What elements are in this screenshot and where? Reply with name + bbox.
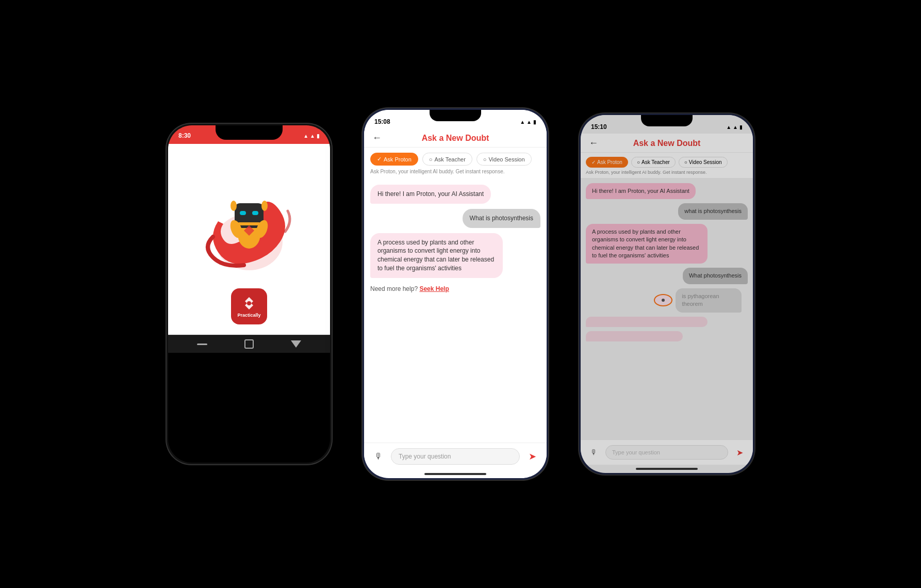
seek-help-text: Need more help? Seek Help — [370, 283, 540, 295]
header-title-right: Ask a New Doubt — [633, 139, 701, 148]
wifi-icon-m: ▲ — [527, 119, 532, 125]
svg-rect-9 — [238, 222, 260, 225]
middle-phone: 15:08 ▲ ▲ ▮ ← Ask a New Doubt ✓ Ask Prot… — [363, 108, 548, 480]
left-phone-body: Practically — [168, 144, 330, 335]
signal-icon: ▲ — [303, 133, 308, 139]
radio-icon-video-r: ○ — [684, 159, 687, 165]
input-bar-right: 🎙 Type your question ➤ — [581, 439, 753, 465]
middle-phone-inner: 15:08 ▲ ▲ ▮ ← Ask a New Doubt ✓ Ask Prot… — [364, 110, 547, 478]
tab-label-video-r: Video Session — [689, 159, 722, 165]
tab-ask-proton-r[interactable]: ✓ Ask Proton — [586, 157, 628, 168]
tab-subtitle-right: Ask Proton, your intelligent AI buddy. G… — [581, 170, 753, 178]
svg-point-6 — [261, 201, 268, 211]
r-message-faded-1 — [586, 317, 708, 327]
tab-ask-teacher-r[interactable]: ○ Ask Teacher — [631, 157, 676, 168]
message-2-right: What is photosynthesis — [463, 209, 540, 228]
seek-help-link[interactable]: Seek Help — [419, 285, 449, 292]
typing-dot — [662, 299, 665, 302]
nav-menu-icon — [197, 344, 207, 345]
tab-label-proton-r: Ask Proton — [597, 159, 622, 165]
robot-container — [203, 154, 295, 273]
back-button-right[interactable]: ← — [589, 138, 598, 149]
seek-help-label: Need more help? — [370, 285, 418, 292]
mic-button-middle[interactable]: 🎙 — [370, 448, 387, 465]
logo-icon — [241, 295, 257, 312]
home-bar-middle — [424, 473, 486, 475]
notch-right — [641, 115, 693, 126]
battery-icon-m: ▮ — [533, 119, 536, 125]
home-bar-right — [636, 468, 698, 470]
send-button-right[interactable]: ➤ — [731, 444, 748, 461]
battery-icon: ▮ — [317, 133, 320, 139]
tab-ask-teacher[interactable]: ○ Ask Teacher — [422, 153, 472, 166]
message-3-left: A process used by plants and other organ… — [370, 233, 503, 278]
tab-label-proton: Ask Proton — [384, 156, 412, 162]
r-message-3: A process used by plants and other organ… — [586, 224, 708, 264]
input-field-right[interactable]: Type your question — [605, 445, 728, 460]
r-message-2: what is photosynthesis — [678, 203, 748, 219]
status-icons-middle: ▲ ▲ ▮ — [520, 119, 536, 125]
time-middle: 15:08 — [374, 118, 390, 125]
status-icons-right: ▲ ▲ ▮ — [726, 124, 743, 130]
tab-ask-proton[interactable]: ✓ Ask Proton — [370, 153, 418, 166]
location-icon: ▲ — [520, 119, 525, 125]
message-1-left: Hi there! I am Proton, your AI Assistant — [370, 185, 491, 204]
battery-icon-r: ▮ — [739, 124, 743, 130]
tab-video-session-r[interactable]: ○ Video Session — [679, 157, 728, 168]
time-left: 8:30 — [178, 132, 191, 139]
left-phone-inner: 8:30 ▲ ▲ ▮ — [168, 125, 330, 463]
tab-label-video: Video Session — [488, 156, 524, 162]
wifi-icon: ▲ — [310, 133, 315, 139]
typing-indicator: is pythagorean theorem — [654, 288, 748, 313]
phones-container: 8:30 ▲ ▲ ▮ — [146, 88, 775, 500]
logo-text: Practically — [237, 313, 260, 318]
back-button-middle[interactable]: ← — [372, 133, 382, 143]
radio-icon-teacher: ○ — [429, 156, 433, 162]
nav-back-icon — [291, 340, 301, 348]
tab-video-session[interactable]: ○ Video Session — [476, 153, 532, 166]
tab-label-teacher: Ask Teacher — [434, 156, 465, 162]
wifi-icon-r: ▲ — [733, 124, 738, 130]
typing-bubble — [654, 294, 672, 306]
tab-selector-middle: ✓ Ask Proton ○ Ask Teacher ○ Video Sessi… — [364, 148, 547, 169]
tab-selector-right: ✓ Ask Proton ○ Ask Teacher ○ Video Sessi… — [581, 153, 753, 170]
right-phone: 15:10 ▲ ▲ ▮ ← Ask a New Doubt ✓ Ask Prot… — [579, 113, 754, 475]
nav-home-icon — [244, 339, 254, 349]
check-icon: ✓ — [377, 156, 382, 162]
tab-label-teacher-r: Ask Teacher — [642, 159, 670, 165]
radio-icon-teacher-r: ○ — [637, 159, 640, 165]
left-phone: 8:30 ▲ ▲ ▮ — [167, 124, 332, 464]
bottom-nav-left — [168, 335, 330, 353]
location-icon-r: ▲ — [726, 124, 731, 130]
check-icon-r: ✓ — [591, 159, 596, 165]
status-icons-left: ▲ ▲ ▮ — [303, 133, 320, 139]
chat-body-middle: Hi there! I am Proton, your AI Assistant… — [364, 178, 547, 443]
chat-header-right: ← Ask a New Doubt — [581, 134, 753, 153]
input-field-middle[interactable]: Type your question — [391, 448, 520, 465]
r-message-typing: is pythagorean theorem — [676, 288, 741, 313]
time-right: 15:10 — [591, 123, 607, 130]
chat-header-middle: ← Ask a New Doubt — [364, 128, 547, 148]
header-title-middle: Ask a New Doubt — [422, 134, 489, 142]
notch-middle — [430, 110, 481, 121]
send-button-middle[interactable]: ➤ — [524, 448, 540, 465]
svg-point-10 — [247, 301, 251, 305]
r-message-4: What photosynthesis — [683, 268, 748, 284]
r-message-faded-2 — [586, 331, 683, 341]
svg-point-5 — [231, 201, 237, 211]
svg-rect-4 — [252, 211, 258, 215]
right-phone-inner: 15:10 ▲ ▲ ▮ ← Ask a New Doubt ✓ Ask Prot… — [581, 115, 753, 473]
chat-body-right: Hi there! I am Proton, your AI Assistant… — [581, 178, 753, 439]
notch-left — [216, 125, 283, 140]
svg-rect-3 — [240, 211, 246, 215]
robot-svg — [203, 154, 295, 273]
tab-subtitle-middle: Ask Proton, your intelligent AI buddy. G… — [364, 169, 547, 178]
radio-icon-video: ○ — [483, 156, 487, 162]
r-message-1: Hi there! I am Proton, your AI Assistant — [586, 183, 696, 199]
mic-button-right[interactable]: 🎙 — [586, 444, 602, 461]
logo-badge: Practically — [231, 288, 267, 324]
input-bar-middle: 🎙 Type your question ➤ — [364, 443, 547, 470]
